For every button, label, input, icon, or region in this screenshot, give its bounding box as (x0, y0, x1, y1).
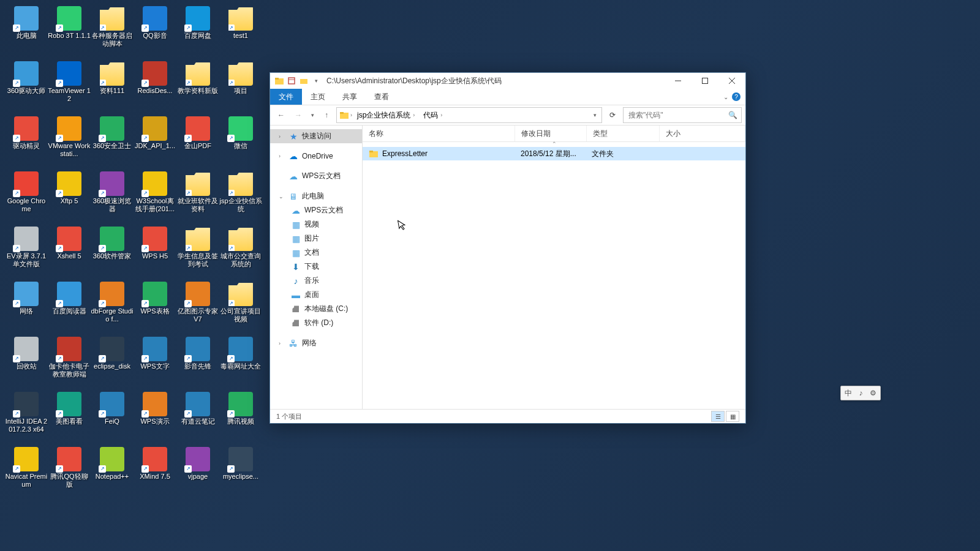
nav-onedrive[interactable]: ›☁OneDrive (270, 149, 362, 163)
nav-drive-d[interactable]: ⛘软件 (D:) (270, 316, 362, 330)
desktop-icon[interactable]: QQ影音 (134, 5, 176, 59)
desktop-icon[interactable]: 网络 (5, 280, 48, 334)
desktop-icon[interactable]: 回收站 (5, 335, 48, 389)
desktop-icon[interactable]: 公司宣讲项目视频 (219, 280, 262, 334)
desktop-icon[interactable]: 城市公交查询系统的 (219, 225, 262, 279)
nav-pictures[interactable]: ▦图片 (270, 231, 362, 246)
desktop-icon[interactable]: dbForge Studio f... (91, 280, 134, 334)
desktop-icon[interactable]: XMind 7.5 (134, 446, 176, 500)
ribbon-tab-share[interactable]: 共享 (334, 89, 366, 105)
desktop-icon[interactable]: 360驱动大师 (5, 60, 48, 114)
desktop-icon[interactable]: jsp企业快信系统 (219, 170, 262, 224)
ribbon-tab-file[interactable]: 文件 (270, 89, 302, 105)
minimize-button[interactable] (665, 73, 692, 89)
desktop-icon[interactable]: TeamViewer 12 (48, 60, 91, 114)
nav-recent-dropdown[interactable]: ▾ (308, 108, 317, 122)
ribbon-tab-home[interactable]: 主页 (302, 89, 334, 105)
qat-properties-icon[interactable] (286, 75, 297, 86)
breadcrumb-item[interactable]: jsp企业快信系统› (353, 108, 418, 122)
ribbon-expand-icon[interactable]: ⌄ (723, 94, 728, 100)
desktop-icon[interactable]: EV录屏 3.7.1 单文件版 (5, 225, 48, 279)
file-row[interactable]: ExpressLetter 2018/5/12 星期... 文件夹 (363, 147, 745, 160)
desktop-icon[interactable]: 毒霸网址大全 (219, 335, 262, 389)
nav-forward-button[interactable]: → (291, 108, 306, 122)
breadcrumb-item[interactable]: 代码› (420, 108, 446, 122)
desktop-icon[interactable]: WPS H5 (134, 225, 176, 279)
desktop-icon[interactable]: VMware Workstati... (48, 115, 91, 169)
view-details-button[interactable]: ☰ (711, 411, 725, 422)
nav-back-button[interactable]: ← (274, 108, 288, 122)
desktop-icon[interactable]: 此电脑 (5, 5, 48, 59)
help-icon[interactable]: ? (732, 92, 741, 101)
file-list-pane[interactable]: 名称 修改日期 类型 大小 ⌃ ExpressLetter 2018/5/12 … (363, 126, 745, 409)
nav-wps-cloud[interactable]: ☁WPS云文档 (270, 169, 362, 183)
desktop-icon[interactable]: 美图看看 (48, 391, 91, 444)
ime-punct-icon[interactable]: ♪ (859, 389, 862, 397)
nav-wps-cloud-sub[interactable]: ☁WPS云文档 (270, 203, 362, 217)
desktop-icon[interactable]: 伽卡他卡电子教室教师端 (48, 335, 91, 389)
desktop-icon[interactable]: W3School离线手册(201... (134, 170, 176, 224)
desktop-icon[interactable]: 腾讯QQ轻聊版 (48, 446, 91, 500)
desktop-icon[interactable]: 项目 (219, 60, 262, 114)
view-icons-button[interactable]: ▦ (726, 411, 739, 422)
search-box[interactable]: 🔍 (623, 107, 742, 123)
desktop-icon[interactable]: 有道云笔记 (176, 391, 219, 444)
column-headers[interactable]: 名称 修改日期 类型 大小 (363, 126, 745, 142)
close-button[interactable] (718, 73, 745, 89)
desktop-icon[interactable]: 百度网盘 (176, 5, 219, 59)
desktop-icon[interactable]: 腾讯视频 (219, 391, 262, 444)
nav-music[interactable]: ♪音乐 (270, 274, 362, 288)
desktop-icon[interactable]: WPS文字 (134, 335, 176, 389)
maximize-button[interactable] (692, 73, 718, 89)
navigation-pane[interactable]: ›★快速访问 ›☁OneDrive ☁WPS云文档 ⌄🖥此电脑 ☁WPS云文档 … (270, 126, 363, 409)
desktop-icon[interactable]: RedisDes... (134, 60, 176, 114)
search-icon[interactable]: 🔍 (728, 111, 737, 119)
desktop-icon[interactable]: 360安全卫士 (91, 115, 134, 169)
desktop-icon[interactable]: Navicat Premium (5, 446, 48, 500)
ime-settings-icon[interactable]: ⚙ (870, 389, 876, 397)
ime-toolbar[interactable]: 中 ♪ ⚙ (840, 386, 881, 400)
desktop-icon[interactable]: 教学资料新版 (176, 60, 219, 114)
breadcrumb-bar[interactable]: › jsp企业快信系统› 代码› ▾ (336, 107, 602, 123)
desktop[interactable]: 此电脑Robo 3T 1.1.1各种服务器启动脚本QQ影音百度网盘test136… (0, 0, 268, 551)
desktop-icon[interactable]: 资料111 (91, 60, 134, 114)
desktop-icon[interactable]: JDK_API_1... (134, 115, 176, 169)
search-input[interactable] (627, 110, 728, 120)
desktop-icon[interactable]: 360软件管家 (91, 225, 134, 279)
titlebar[interactable]: ▾ C:\Users\Administrator\Desktop\jsp企业快信… (270, 73, 745, 89)
ribbon-tab-view[interactable]: 查看 (366, 89, 398, 105)
nav-documents[interactable]: ▦文档 (270, 246, 362, 260)
qat-newfolder-icon[interactable] (298, 75, 309, 86)
desktop-icon[interactable]: Google Chrome (5, 170, 48, 224)
qat-dropdown-icon[interactable]: ▾ (311, 75, 322, 86)
desktop-icon[interactable]: 百度阅读器 (48, 280, 91, 334)
nav-desktop[interactable]: ▬桌面 (270, 288, 362, 302)
desktop-icon[interactable]: eclipse_disk (91, 335, 134, 389)
nav-up-button[interactable]: ↑ (319, 108, 334, 122)
desktop-icon[interactable]: 亿图图示专家V7 (176, 280, 219, 334)
nav-quick-access[interactable]: ›★快速访问 (270, 129, 362, 143)
desktop-icon[interactable]: WPS演示 (134, 391, 176, 444)
desktop-icon[interactable]: Xshell 5 (48, 225, 91, 279)
nav-drive-c[interactable]: ⛘本地磁盘 (C:) (270, 302, 362, 316)
desktop-icon[interactable]: IntelliJ IDEA 2017.2.3 x64 (5, 391, 48, 444)
desktop-icon[interactable]: 影音先锋 (176, 335, 219, 389)
desktop-icon[interactable]: 微信 (219, 115, 262, 169)
nav-network[interactable]: ›🖧网络 (270, 336, 362, 350)
desktop-icon[interactable]: FeiQ (91, 391, 134, 444)
desktop-icon[interactable]: 360极速浏览器 (91, 170, 134, 224)
desktop-icon[interactable]: 学生信息及签到考试 (176, 225, 219, 279)
refresh-button[interactable]: ⟳ (605, 107, 620, 123)
desktop-icon[interactable]: Notepad++ (91, 446, 134, 500)
desktop-icon[interactable]: WPS表格 (134, 280, 176, 334)
ime-lang[interactable]: 中 (845, 388, 852, 399)
desktop-icon[interactable]: 金山PDF (176, 115, 219, 169)
nav-videos[interactable]: ▦视频 (270, 217, 362, 231)
desktop-icon[interactable]: 就业班软件及资料 (176, 170, 219, 224)
desktop-icon[interactable]: 各种服务器启动脚本 (91, 5, 134, 59)
desktop-icon[interactable]: 驱动精灵 (5, 115, 48, 169)
address-dropdown-icon[interactable]: ▾ (591, 112, 599, 118)
desktop-icon[interactable]: vjpage (176, 446, 219, 500)
desktop-icon[interactable]: Robo 3T 1.1.1 (48, 5, 91, 59)
desktop-icon[interactable]: myeclipse... (219, 446, 262, 500)
